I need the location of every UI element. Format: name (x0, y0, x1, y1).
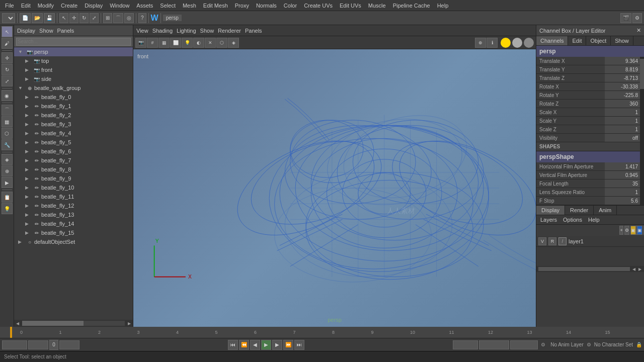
menu-window[interactable]: Window (107, 2, 132, 10)
channel-row-visibility[interactable]: Visibilityoff (536, 134, 640, 142)
channel-value[interactable]: 1 (605, 125, 640, 133)
rotate-tool[interactable]: ↻ (2, 64, 13, 75)
outliner-item-top[interactable]: ▶📷top (14, 56, 133, 65)
scroll-right-arrow[interactable]: ▶ (126, 320, 133, 327)
expand-icon[interactable]: ▶ (25, 203, 32, 208)
expand-icon[interactable]: ▶ (25, 140, 32, 145)
channel-value[interactable]: -225.8 (605, 91, 640, 99)
time-tick-1[interactable]: 1 (59, 330, 99, 335)
next-frame-btn[interactable]: ⏩ (283, 340, 293, 350)
time-tick-2[interactable]: 2 (98, 330, 137, 335)
curve-tool[interactable]: ⌒ (2, 105, 13, 116)
menu-edit-uvs[interactable]: Edit UVs (337, 2, 364, 10)
outliner-item-beatle_fly_14[interactable]: ▶✏beatle_fly_14 (14, 219, 133, 228)
channel-box-close-btn[interactable]: ✕ (636, 27, 641, 34)
vp-wireframe-btn[interactable]: ▦ (158, 38, 170, 48)
viewport-canvas[interactable]: front (133, 49, 536, 327)
vp-grid-btn[interactable]: # (147, 38, 158, 48)
open-scene-btn[interactable]: 📂 (32, 13, 43, 23)
transform-btn[interactable]: ✛ (69, 13, 78, 23)
menu-normals[interactable]: Normals (253, 2, 280, 10)
layer-options-layers[interactable]: Layers (538, 216, 559, 223)
mode-select[interactable]: Polygons (2, 13, 15, 23)
polygon-tool[interactable]: ⬡ (2, 128, 13, 139)
expand-icon[interactable]: ▶ (25, 131, 32, 136)
render-settings-btn[interactable]: ⚙ (632, 13, 642, 23)
expand-icon[interactable]: ▼ (18, 49, 25, 54)
channel-row-scale-x[interactable]: Scale X1 (536, 108, 640, 117)
layer-scroll-left[interactable]: ◀ (631, 266, 637, 272)
anim-tool[interactable]: ▶ (2, 177, 13, 188)
expand-icon[interactable]: ▶ (25, 176, 32, 181)
time-tick-7[interactable]: 7 (293, 330, 333, 335)
render-btn[interactable]: 🎬 (620, 13, 631, 23)
sculpt-tool[interactable]: 🔧 (2, 139, 13, 150)
vp-snap-btn[interactable]: ⊕ (475, 38, 486, 48)
viewport-panels-menu[interactable]: Panels (245, 28, 262, 34)
outliner-item-beatle_fly_0[interactable]: ▶✏beatle_fly_0 (14, 93, 133, 102)
menu-muscle[interactable]: Muscle (365, 2, 389, 10)
step-fwd-btn[interactable]: ▶ (272, 340, 282, 350)
channel-row-scale-z[interactable]: Scale Z1 (536, 125, 640, 134)
time-tick-3[interactable]: 3 (137, 330, 177, 335)
outliner-item-beatle_walk_group[interactable]: ▼⊕beatle_walk_group (14, 83, 133, 93)
soft-select-tool[interactable]: ◉ (2, 90, 13, 101)
new-scene-btn[interactable]: 📄 (20, 13, 31, 23)
layer-tab-anim[interactable]: Anim (594, 206, 617, 215)
render-tool[interactable]: 💡 (2, 203, 13, 214)
channel-row-rotate-z[interactable]: Rotate Z360 (536, 100, 640, 108)
outliner-item-defaultObjectSet[interactable]: ▶○defaultObjectSet (14, 237, 133, 246)
menu-create[interactable]: Create (58, 2, 80, 10)
layer-options-help[interactable]: Help (586, 216, 602, 223)
menu-color[interactable]: Color (281, 2, 300, 10)
outliner-item-beatle_fly_3[interactable]: ▶✏beatle_fly_3 (14, 120, 133, 129)
vp-lights-btn[interactable]: 💡 (182, 38, 193, 48)
menu-modify[interactable]: Modify (35, 2, 57, 10)
viewport-show-menu[interactable]: Show (200, 28, 214, 34)
time-tick-5[interactable]: 5 (215, 330, 255, 335)
shape-channel-row-focal-length[interactable]: Focal Length35 (536, 179, 640, 188)
expand-icon[interactable]: ▶ (25, 212, 32, 217)
paint-tool[interactable]: 🖌 (2, 38, 13, 49)
prev-frame-btn[interactable]: ⏪ (239, 340, 249, 350)
constrain-tool[interactable]: ⊕ (2, 165, 13, 176)
shape-channel-row-vertical-film-aperture[interactable]: Vertical Film Aperture0.945 (536, 171, 640, 179)
vp-xray-btn[interactable]: ✕ (205, 38, 216, 48)
vp-camera-btn[interactable]: 📷 (135, 38, 146, 48)
shape-channel-value[interactable]: 5.6 (605, 197, 640, 205)
outliner-item-beatle_fly_12[interactable]: ▶✏beatle_fly_12 (14, 201, 133, 210)
vp-bbox-btn[interactable]: ⬡ (216, 38, 227, 48)
expand-icon[interactable]: ▶ (25, 194, 32, 199)
save-scene-btn[interactable]: 💾 (44, 13, 55, 23)
channel-row-rotate-x[interactable]: Rotate X-30.338 (536, 82, 640, 91)
vp-hud-btn[interactable]: ℹ (487, 38, 498, 48)
layer-color2-btn[interactable]: ▣ (637, 226, 642, 235)
vp-iso-btn[interactable]: ◈ (228, 38, 239, 48)
layer-tool[interactable]: 📋 (2, 192, 13, 203)
scale-btn[interactable]: ⤢ (90, 13, 99, 23)
outliner-show-btn[interactable]: Show (39, 28, 53, 34)
frame-input[interactable]: 0 (49, 340, 58, 350)
channel-value[interactable]: 8.819 (605, 65, 640, 73)
time-tick-13[interactable]: 13 (527, 330, 567, 335)
expand-icon[interactable]: ▶ (25, 67, 32, 72)
outliner-panels-btn[interactable]: Panels (57, 28, 74, 34)
expand-icon[interactable]: ▼ (18, 85, 25, 90)
outliner-item-beatle_fly_11[interactable]: ▶✏beatle_fly_11 (14, 192, 133, 201)
scroll-left-arrow[interactable]: ◀ (14, 320, 21, 327)
time-tick-12[interactable]: 12 (488, 330, 527, 335)
expand-icon[interactable]: ▶ (25, 167, 32, 172)
layer-visibility-btn[interactable]: V (538, 237, 546, 245)
menu-edit[interactable]: Edit (18, 2, 34, 10)
expand-icon[interactable]: ▶ (25, 122, 32, 127)
vp-smooth-btn[interactable]: ⬜ (170, 38, 181, 48)
max-range-input[interactable]: 200.00 (510, 340, 538, 349)
shape-channel-row-f-stop[interactable]: F Stop5.6 (536, 197, 640, 205)
tab-show[interactable]: Show (611, 36, 633, 45)
range-start-time[interactable]: 0.00 (453, 340, 478, 349)
channel-value[interactable]: -30.338 (605, 82, 640, 90)
shape-channel-value[interactable]: 35 (605, 179, 640, 188)
outliner-item-beatle_fly_10[interactable]: ▶✏beatle_fly_10 (14, 183, 133, 192)
menu-create-uvs[interactable]: Create UVs (301, 2, 336, 10)
outliner-item-beatle_fly_4[interactable]: ▶✏beatle_fly_4 (14, 129, 133, 138)
